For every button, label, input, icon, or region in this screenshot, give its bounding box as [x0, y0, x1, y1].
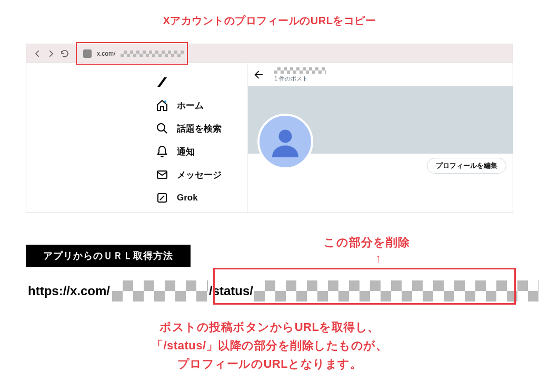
profile-panel: 1 件のポスト プロフィールを編集 [248, 63, 513, 213]
svg-point-0 [164, 100, 166, 103]
bottom-line-2: 「/status/」以降の部分を削除したものが、 [0, 336, 539, 355]
profile-name-censored [274, 67, 326, 74]
nav-notifications[interactable]: 通知 [153, 140, 247, 163]
nav-label: メッセージ [177, 169, 222, 181]
delete-annotation: この部分を削除 [324, 235, 410, 250]
avatar[interactable] [257, 114, 313, 169]
svg-point-4 [279, 130, 292, 143]
bell-icon [156, 145, 168, 158]
edit-profile-button[interactable]: プロフィールを編集 [427, 158, 506, 174]
url-postid-censored [254, 280, 539, 301]
browser-window: x.com/ ホーム [26, 44, 513, 213]
svg-point-1 [157, 124, 165, 131]
left-nav: ホーム 話題を検索 通知 [153, 63, 247, 213]
arrow-up-icon: ↑ [375, 252, 381, 265]
nav-x-logo[interactable] [153, 71, 247, 94]
bottom-line-1: ポストの投稿ボタンからURLを取得し、 [0, 318, 539, 336]
url-part-domain: https://x.com/ [28, 284, 112, 298]
site-settings-icon[interactable] [83, 49, 92, 58]
nav-grok[interactable]: Grok [153, 186, 247, 209]
reload-icon[interactable] [60, 49, 69, 58]
url-username-censored [112, 280, 208, 301]
bottom-explanation: ポストの投稿ボタンからURLを取得し、 「/status/」以降の部分を削除した… [0, 318, 539, 374]
layout-spacer [26, 63, 153, 213]
profile-post-count: 1 件のポスト [274, 75, 326, 83]
nav-label: 通知 [177, 146, 195, 158]
section-heading-app-url: アプリからのＵＲＬ取得方法 [26, 245, 191, 267]
search-icon [156, 122, 168, 135]
profile-header: 1 件のポスト [248, 63, 513, 86]
back-icon[interactable] [33, 49, 42, 58]
url-example-row: https://x.com/ /status/ [28, 277, 539, 305]
grok-icon [156, 192, 168, 204]
nav-home[interactable]: ホーム [153, 94, 247, 117]
avatar-placeholder-icon [270, 126, 301, 157]
address-bar-censored [121, 51, 184, 57]
browser-toolbar: x.com/ [26, 44, 513, 63]
x-logo-icon [156, 76, 168, 88]
forward-icon[interactable] [46, 49, 56, 58]
nav-messages[interactable]: メッセージ [153, 163, 247, 186]
nav-label: 話題を検索 [177, 123, 222, 135]
bottom-line-3: プロフィールのURLとなります。 [0, 355, 539, 373]
address-bar-text[interactable]: x.com/ [97, 50, 115, 57]
mail-icon [156, 168, 168, 181]
nav-label: ホーム [177, 99, 204, 112]
nav-explore[interactable]: 話題を検索 [153, 117, 247, 140]
url-part-status: /status/ [208, 284, 254, 298]
nav-label: Grok [177, 193, 198, 203]
profile-back-icon[interactable] [253, 69, 265, 81]
home-icon [156, 99, 168, 112]
top-annotation: XアカウントのプロフィールのURLをコピー [0, 14, 539, 28]
